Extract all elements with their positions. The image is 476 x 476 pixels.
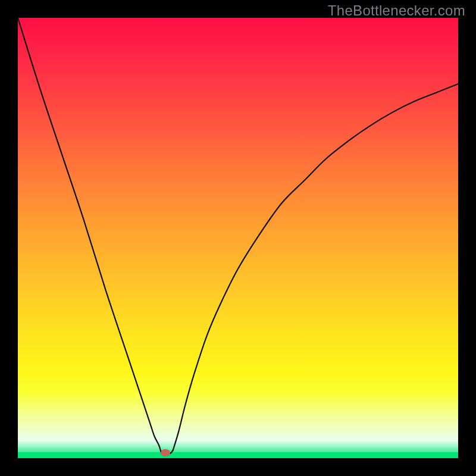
optimal-point-marker (161, 449, 170, 456)
plot-area (18, 18, 458, 458)
curve-path (18, 18, 458, 454)
watermark-text: TheBottlenecker.com (328, 2, 465, 19)
chart-frame: TheBottlenecker.com (0, 0, 476, 476)
bottleneck-curve (18, 18, 458, 458)
